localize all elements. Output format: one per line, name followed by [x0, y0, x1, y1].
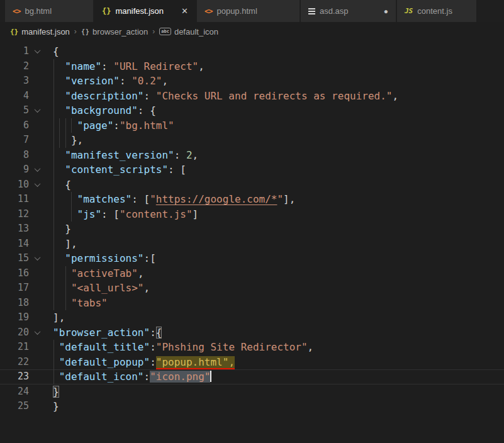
fold-spacer: [29, 237, 45, 252]
chevron-down-icon: [34, 328, 40, 335]
code-editor[interactable]: 1{2 "name": "URL Redirect",3 "version": …: [0, 41, 504, 443]
code-line[interactable]: 7 },: [0, 133, 504, 148]
tab-bar: <>bg.html{}manifest.json✕<>popup.htmlasd…: [0, 0, 504, 22]
indent-guide: [53, 74, 54, 89]
token: ,: [308, 341, 314, 353]
code-line[interactable]: 13 }: [0, 222, 504, 237]
line-number: 12: [0, 207, 29, 222]
code-text: "default_popup":"popup.html",: [45, 355, 504, 370]
token: {: [150, 104, 156, 116]
code-line[interactable]: 2 "name": "URL Redirect",: [0, 59, 504, 74]
chevron-down-icon: [34, 106, 40, 113]
code-text: "name": "URL Redirect",: [45, 59, 504, 74]
fold-spacer: [29, 89, 45, 104]
line-number: 13: [0, 222, 29, 237]
indent-guide: [53, 148, 54, 163]
fold-spacer: [29, 133, 45, 148]
code-line[interactable]: 22 "default_popup":"popup.html",: [0, 355, 504, 370]
json-icon: {}: [102, 7, 111, 16]
code-line[interactable]: 18 "tabs": [0, 296, 504, 311]
token: [53, 104, 65, 116]
fold-chevron-icon[interactable]: [29, 103, 45, 118]
indent-guide: [53, 296, 54, 311]
code-line[interactable]: 4 "description": "Checks URL and redirec…: [0, 89, 504, 104]
token: :: [101, 60, 113, 72]
code-line[interactable]: 24}: [0, 384, 504, 400]
token: [53, 252, 65, 264]
tab-popup-html[interactable]: <>popup.html: [197, 0, 300, 22]
fold-chevron-icon[interactable]: [29, 251, 45, 266]
code-line[interactable]: 6 "page":"bg.html": [0, 118, 504, 133]
tab-manifest-json[interactable]: {}manifest.json✕: [94, 0, 196, 22]
fold-chevron-icon[interactable]: [29, 44, 45, 59]
close-icon[interactable]: ✕: [172, 6, 188, 16]
fold-chevron-icon[interactable]: [29, 162, 45, 177]
breadcrumb-item-browser-action[interactable]: {}browser_action: [81, 27, 148, 36]
line-number: 19: [0, 310, 29, 325]
token: "Checks URL and redirects as required.": [156, 90, 393, 102]
token: [53, 60, 65, 72]
code-line[interactable]: 20"browser_action":{: [0, 325, 504, 340]
code-text: ],: [45, 237, 504, 252]
indent-guide: [71, 118, 72, 133]
fold-chevron-icon[interactable]: [29, 325, 45, 340]
fold-spacer: [29, 266, 45, 281]
token: ],: [283, 193, 295, 205]
line-number: 16: [0, 266, 29, 281]
token: ],: [53, 311, 65, 323]
tab-asd-asp[interactable]: asd.asp●: [301, 0, 396, 22]
indent-guide: [65, 281, 66, 296]
code-text: "description": "Checks URL and redirects…: [45, 89, 504, 104]
line-number: 7: [0, 133, 29, 148]
modified-dot-icon[interactable]: ●: [375, 7, 388, 16]
token: :: [144, 90, 156, 102]
code-line[interactable]: 11 "matches": ["https://google.com/*"],: [0, 192, 504, 207]
fold-chevron-icon[interactable]: [29, 177, 45, 193]
indent-guide: [65, 296, 66, 311]
code-line[interactable]: 15 "permissions":[: [0, 251, 504, 266]
token: [: [150, 252, 156, 264]
line-number: 6: [0, 118, 29, 133]
token: :: [113, 120, 120, 132]
token: 2: [186, 149, 193, 161]
indent-guide: [65, 118, 66, 133]
breadcrumb-item-manifest-json[interactable]: {}manifest.json: [10, 27, 70, 36]
fold-spacer: [29, 74, 45, 89]
token: ]: [193, 208, 199, 220]
indent-guide: [53, 89, 54, 104]
code-line[interactable]: 14 ],: [0, 237, 504, 252]
code-text: "default_icon":"icon.png": [45, 369, 504, 384]
code-line[interactable]: 16 "activeTab",: [0, 266, 504, 281]
token: [53, 179, 65, 191]
code-line[interactable]: 23 "default_icon":"icon.png": [0, 369, 504, 384]
code-line[interactable]: 3 "version": "0.2",: [0, 74, 504, 89]
token: }: [65, 223, 71, 235]
token: :: [138, 104, 150, 116]
tab-bg-html[interactable]: <>bg.html: [5, 0, 93, 22]
code-line[interactable]: 25}: [0, 399, 504, 414]
token: [53, 75, 65, 87]
code-text: }: [45, 222, 504, 237]
code-line[interactable]: 5 "background": {: [0, 103, 504, 118]
token: "content_scripts": [65, 164, 168, 176]
code-line[interactable]: 21 "default_title":"Phshing Site Redirec…: [0, 340, 504, 355]
breadcrumb: {}manifest.json›{}browser_action›abcdefa…: [0, 22, 504, 41]
code-text: "page":"bg.html": [45, 118, 504, 133]
breadcrumb-item-default-icon[interactable]: abcdefault_icon: [159, 27, 218, 36]
code-line[interactable]: 12 "js": ["content.js"]: [0, 207, 504, 222]
code-line[interactable]: 19],: [0, 310, 504, 325]
token: :: [120, 75, 132, 87]
code-line[interactable]: 17 "<all_urls>",: [0, 281, 504, 296]
token: :: [150, 356, 156, 368]
chevron-down-icon: [34, 254, 40, 261]
tab-content-js[interactable]: JScontent.js: [397, 0, 476, 22]
code-line[interactable]: 8 "manifest_version": 2,: [0, 148, 504, 163]
code-line[interactable]: 10 {: [0, 177, 504, 193]
fold-spacer: [29, 192, 45, 207]
selected-text: "icon.png": [150, 371, 210, 383]
token: }: [53, 400, 59, 412]
line-number: 18: [0, 296, 29, 311]
indent-guide: [71, 207, 72, 222]
code-line[interactable]: 9 "content_scripts": [: [0, 162, 504, 177]
code-line[interactable]: 1{: [0, 44, 504, 59]
